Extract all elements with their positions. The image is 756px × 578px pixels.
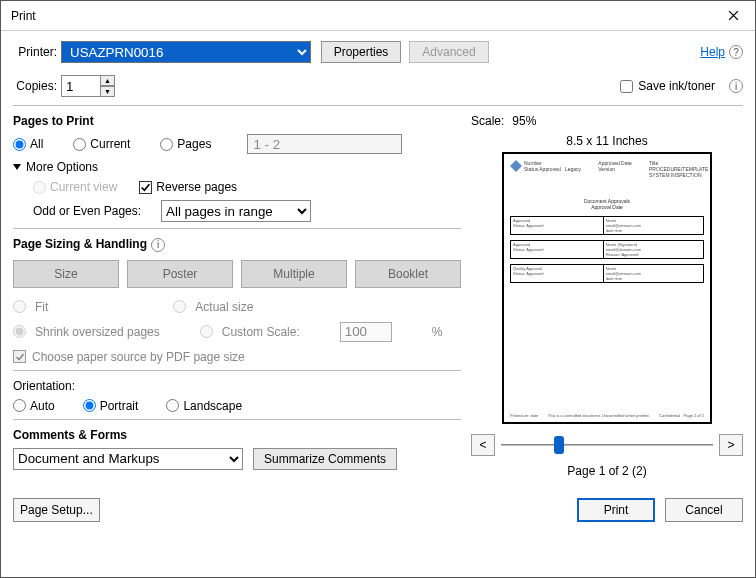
properties-button[interactable]: Properties xyxy=(321,41,401,63)
advanced-button: Advanced xyxy=(409,41,489,63)
save-ink-checkbox[interactable] xyxy=(620,80,633,93)
radio-current-view: Current view xyxy=(33,180,117,194)
chevron-down-icon xyxy=(13,164,21,170)
printer-select[interactable]: USAZPRN0016 xyxy=(61,41,311,63)
radio-pages[interactable]: Pages xyxy=(160,137,211,151)
scale-label: Scale: xyxy=(471,114,504,128)
print-button[interactable]: Print xyxy=(577,498,655,522)
spin-down-icon[interactable]: ▼ xyxy=(100,86,115,97)
comments-title: Comments & Forms xyxy=(13,428,461,442)
pages-range-input[interactable] xyxy=(247,134,402,154)
tab-multiple[interactable]: Multiple xyxy=(241,260,347,288)
page-setup-button[interactable]: Page Setup... xyxy=(13,498,100,522)
title-bar: Print xyxy=(1,1,755,31)
print-preview: NumberStatus Approved Legacy Approved Da… xyxy=(502,152,712,424)
radio-all[interactable]: All xyxy=(13,137,43,151)
radio-landscape[interactable]: Landscape xyxy=(166,399,242,413)
next-page-button[interactable]: > xyxy=(719,434,743,456)
pages-to-print-title: Pages to Print xyxy=(13,114,461,128)
summarize-comments-button[interactable]: Summarize Comments xyxy=(253,448,397,470)
tab-size[interactable]: Size xyxy=(13,260,119,288)
orientation-title: Orientation: xyxy=(13,379,461,393)
tab-poster[interactable]: Poster xyxy=(127,260,233,288)
paper-size-label: 8.5 x 11 Inches xyxy=(471,134,743,148)
paper-source-checkbox xyxy=(13,350,26,363)
radio-auto[interactable]: Auto xyxy=(13,399,55,413)
odd-even-select[interactable]: All pages in range xyxy=(161,200,311,222)
scale-value: 95% xyxy=(512,114,536,128)
copies-input[interactable] xyxy=(61,75,101,97)
close-icon xyxy=(728,10,739,21)
copies-spinner[interactable]: ▲ ▼ xyxy=(100,75,115,97)
page-slider[interactable] xyxy=(501,434,713,456)
prev-page-button[interactable]: < xyxy=(471,434,495,456)
comments-select[interactable]: Document and Markups xyxy=(13,448,243,470)
more-options-toggle[interactable]: More Options xyxy=(13,160,461,174)
info-icon[interactable]: i xyxy=(729,79,743,93)
close-button[interactable] xyxy=(711,1,755,31)
tab-booklet[interactable]: Booklet xyxy=(355,260,461,288)
checkbox-reverse-pages[interactable]: Reverse pages xyxy=(139,180,237,194)
help-icon[interactable]: ? xyxy=(729,45,743,59)
odd-even-label: Odd or Even Pages: xyxy=(33,204,141,218)
checkmark-icon xyxy=(139,181,152,194)
radio-shrink: Shrink oversized pages xyxy=(13,325,160,339)
spin-up-icon[interactable]: ▲ xyxy=(100,75,115,86)
copies-label: Copies: xyxy=(13,79,57,93)
dialog-title: Print xyxy=(11,9,36,23)
cancel-button[interactable]: Cancel xyxy=(665,498,743,522)
radio-actual-size: Actual size xyxy=(173,300,253,314)
printer-label: Printer: xyxy=(13,45,57,59)
radio-current[interactable]: Current xyxy=(73,137,130,151)
slider-thumb-icon[interactable] xyxy=(554,436,564,454)
custom-scale-input xyxy=(340,322,392,342)
page-indicator: Page 1 of 2 (2) xyxy=(471,464,743,478)
radio-custom-scale: Custom Scale: xyxy=(200,325,300,339)
help-link[interactable]: Help xyxy=(700,45,725,59)
document-logo-icon xyxy=(510,160,522,172)
sizing-title: Page Sizing & Handlingi xyxy=(13,237,461,252)
radio-fit: Fit xyxy=(13,300,48,314)
radio-portrait[interactable]: Portrait xyxy=(83,399,139,413)
save-ink-label: Save ink/toner xyxy=(638,79,715,93)
